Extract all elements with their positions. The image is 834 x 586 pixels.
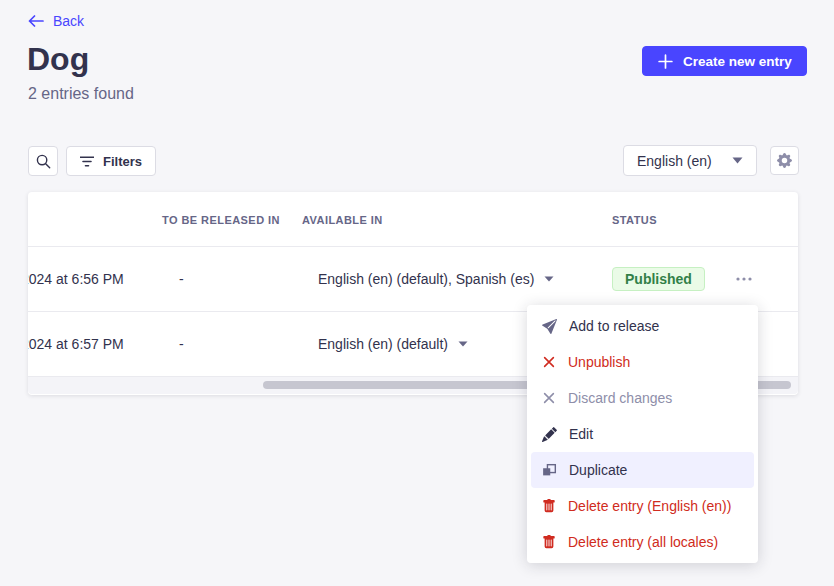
- menu-item-discard-changes[interactable]: Discard changes: [531, 380, 754, 416]
- column-header-to-be-released-in[interactable]: TO BE RELEASED IN: [162, 192, 280, 247]
- search-button[interactable]: [28, 146, 58, 176]
- trash-icon: [542, 535, 556, 549]
- to-be-released-in-cell: -: [179, 271, 184, 287]
- settings-button[interactable]: [770, 146, 799, 175]
- search-icon: [36, 154, 51, 169]
- menu-item-edit[interactable]: Edit: [531, 416, 754, 452]
- cross-icon: [542, 355, 556, 369]
- plus-icon: [657, 53, 674, 70]
- create-new-entry-label: Create new entry: [683, 54, 792, 69]
- locale-select[interactable]: English (en): [623, 145, 757, 176]
- send-icon: [542, 319, 557, 334]
- back-label: Back: [53, 13, 84, 29]
- menu-item-add-to-release[interactable]: Add to release: [531, 308, 754, 344]
- back-button[interactable]: Back: [28, 13, 84, 29]
- more-horizontal-icon: [736, 277, 752, 281]
- column-header-status[interactable]: STATUS: [612, 192, 657, 247]
- pencil-icon: [542, 427, 557, 442]
- row-actions-menu: Add to release Unpublish Discard changes…: [527, 305, 758, 563]
- content-manager-page: Back Dog 2 entries found Create new entr…: [0, 0, 834, 586]
- row-actions-button[interactable]: [730, 265, 758, 293]
- menu-item-duplicate[interactable]: Duplicate: [531, 452, 754, 488]
- locale-select-value: English (en): [637, 153, 712, 169]
- updated-at-cell: 2024 at 6:56 PM: [28, 271, 180, 287]
- filters-button[interactable]: Filters: [66, 146, 156, 176]
- updated-at-cell: 2024 at 6:57 PM: [28, 336, 180, 352]
- duplicate-icon: [542, 463, 557, 478]
- menu-item-delete-entry-locale[interactable]: Delete entry (English (en)): [531, 488, 754, 524]
- available-in-cell[interactable]: English (en) (default): [318, 336, 468, 352]
- arrow-left-icon: [28, 15, 44, 27]
- available-in-cell[interactable]: English (en) (default), Spanish (es): [318, 271, 554, 287]
- caret-down-icon: [458, 341, 468, 347]
- create-new-entry-button[interactable]: Create new entry: [642, 46, 807, 76]
- menu-item-unpublish[interactable]: Unpublish: [531, 344, 754, 380]
- status-badge: Published: [612, 267, 705, 291]
- caret-down-icon: [544, 276, 554, 282]
- available-in-value: English (en) (default), Spanish (es): [318, 271, 534, 287]
- trash-icon: [542, 499, 556, 513]
- caret-down-icon: [732, 157, 743, 164]
- available-in-value: English (en) (default): [318, 336, 448, 352]
- table-row[interactable]: 2024 at 6:56 PM - English (en) (default)…: [28, 247, 798, 312]
- gear-icon: [777, 153, 792, 168]
- column-header-available-in[interactable]: AVAILABLE IN: [302, 192, 383, 247]
- cross-icon: [542, 391, 556, 405]
- filters-label: Filters: [103, 154, 142, 169]
- table-header-row: TO BE RELEASED IN AVAILABLE IN STATUS: [28, 192, 798, 247]
- menu-item-delete-entry-all-locales[interactable]: Delete entry (all locales): [531, 524, 754, 560]
- filter-icon: [80, 156, 94, 167]
- to-be-released-in-cell: -: [179, 336, 184, 352]
- entries-count: 2 entries found: [28, 85, 134, 103]
- page-title: Dog: [27, 41, 89, 78]
